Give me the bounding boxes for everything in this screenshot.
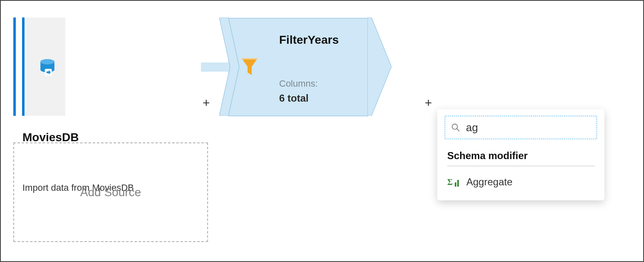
filter-chevron-in [219,17,239,116]
svg-line-9 [457,129,459,131]
svg-marker-7 [367,17,391,116]
search-input[interactable] [465,121,591,135]
dropdown-item-label: Aggregate [466,176,513,188]
filter-body: FilterYears Columns: 6 total [269,18,368,116]
source-accent-bar [22,17,25,116]
svg-point-1 [41,59,55,65]
filter-columns-value: 6 total [279,92,309,104]
dropdown-category-label: Schema modifier [447,150,594,166]
source-icon-column [26,17,65,116]
dropdown-item-aggregate[interactable]: Σ Aggregate [445,170,597,189]
add-source-label: Add Source [80,186,141,199]
add-step-button-1[interactable]: + [203,96,210,110]
filter-node-filteryears[interactable]: FilterYears Columns: 6 total [219,17,386,116]
search-box[interactable] [445,116,597,139]
filter-columns-label: Columns: [279,78,318,89]
add-step-dropdown: Schema modifier Σ Aggregate [437,109,604,200]
database-arrow-icon [39,58,56,76]
source-accent-gap [17,17,20,116]
add-step-button-2[interactable]: + [425,96,432,110]
source-accent-bar [13,17,16,116]
filter-title: FilterYears [279,33,339,47]
filter-chevron-out [367,17,391,116]
svg-rect-12 [457,180,459,187]
search-icon [451,123,460,132]
svg-rect-11 [455,182,456,187]
svg-text:Σ: Σ [447,177,453,187]
svg-point-8 [452,124,458,130]
svg-marker-5 [242,58,258,60]
sigma-bar-icon: Σ [447,177,460,187]
svg-marker-6 [219,17,239,116]
add-source-placeholder[interactable]: Add Source [13,142,208,242]
svg-marker-4 [242,58,258,75]
dataflow-canvas: MoviesDB Import data from MoviesDB + Fil… [0,0,644,262]
funnel-icon [242,58,258,76]
source-node-moviesdb[interactable]: MoviesDB Import data from MoviesDB [13,17,206,116]
